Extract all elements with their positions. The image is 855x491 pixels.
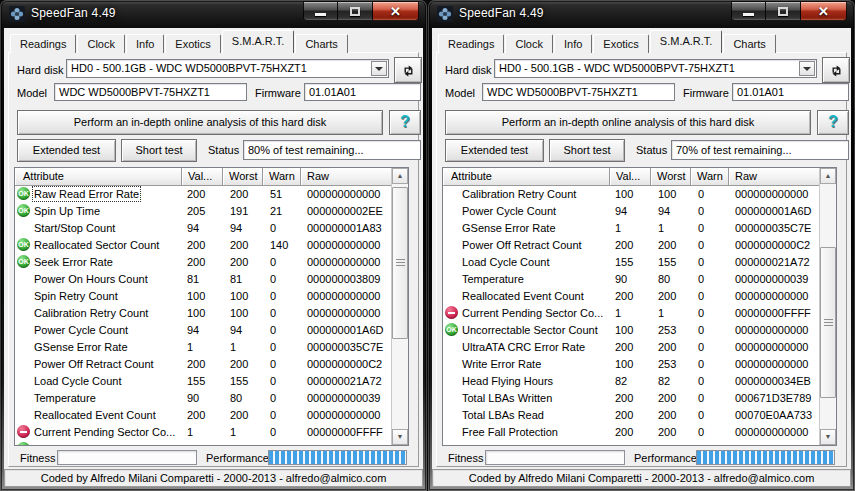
header-attribute[interactable]: Attribute [443,168,610,186]
table-row[interactable]: Free Fall Protection 200 200 0 000000000… [443,424,819,441]
tab[interactable]: Info [126,34,164,53]
table-row[interactable]: Power Cycle Count 94 94 0 000000001A6D [443,203,819,220]
table-row[interactable]: Calibration Retry Count 100 100 0 000000… [15,305,391,322]
table-row[interactable]: Reallocated Event Count 200 200 0 000000… [443,288,819,305]
tab[interactable]: Clock [77,34,125,53]
table-row[interactable]: Power Cycle Count 94 94 0 000000001A6D [15,322,391,339]
table-row[interactable]: Temperature 90 80 0 000000000039 [443,271,819,288]
table-row[interactable]: Start/Stop Count 94 94 0 000000001A83 [15,220,391,237]
scroll-up-button[interactable]: ▲ [392,168,408,184]
online-analysis-button[interactable]: Perform an in-depth online analysis of t… [445,110,811,135]
vertical-scrollbar[interactable]: ▲ ▼ [391,168,408,445]
title-bar[interactable]: SpeedFan 4.49 ✕ [428,0,855,28]
maximize-button[interactable] [766,1,801,21]
scroll-down-button[interactable]: ▼ [392,429,408,445]
online-analysis-button[interactable]: Perform an in-depth online analysis of t… [17,110,383,135]
table-row[interactable]: Head Flying Hours 82 82 0 0000000034EB [443,373,819,390]
table-row[interactable]: OK [15,441,391,445]
table-row[interactable]: OK Uncorrectable Sector Count 100 253 0 … [443,322,819,339]
table-row[interactable]: Reallocated Event Count 200 200 0 000000… [15,407,391,424]
tab[interactable]: Readings [10,34,76,53]
hard-disk-combobox[interactable]: HD0 - 500.1GB - WDC WD5000BPVT-75HXZT1 [66,59,389,78]
header-value[interactable]: Val... [610,168,651,186]
tab-label: Exotics [603,38,638,50]
warn-cell: 0 [698,375,704,387]
scroll-down-button[interactable]: ▼ [820,429,836,445]
raw-cell: 00070E0AA733 [735,409,812,421]
tab[interactable]: S.M.A.R.T. [222,30,295,53]
scroll-up-button[interactable]: ▲ [820,168,836,184]
tab[interactable]: Readings [438,34,504,53]
vertical-scrollbar[interactable]: ▲ ▼ [819,168,836,445]
value-cell: 200 [187,239,205,251]
worst-cell: 200 [658,239,676,251]
header-warn[interactable]: Warn [691,168,729,186]
table-row[interactable]: Total LBAs Read 200 200 0 00070E0AA733 [443,407,819,424]
table-row[interactable]: Temperature 90 80 0 000000000039 [15,390,391,407]
table-row[interactable]: Load Cycle Count 155 155 0 000000021A72 [443,254,819,271]
header-raw[interactable]: Raw [301,168,391,186]
raw-cell: 000671D3E789 [735,392,811,404]
table-row[interactable]: OK Spin Up Time 205 191 21 0000000002EE [15,203,391,220]
table-row[interactable]: Power Off Retract Count 200 200 0 000000… [443,237,819,254]
close-button[interactable]: ✕ [373,1,419,21]
tab[interactable]: Clock [505,34,553,53]
table-header: Attribute Val... Worst Warn Raw [443,168,819,186]
fitness-bar [57,450,197,465]
header-worst[interactable]: Worst [651,168,691,186]
combobox-dropdown-button[interactable] [799,61,815,76]
minimize-button[interactable] [731,1,766,21]
table-row[interactable]: Total LBAs Written 200 200 0 000671D3E78… [443,390,819,407]
header-value[interactable]: Val... [182,168,223,186]
table-row[interactable]: GSense Error Rate 1 1 0 000000035C7E [15,339,391,356]
rescan-drives-button[interactable] [822,57,850,83]
table-row[interactable]: Power On Hours Count 81 81 0 00000000380… [15,271,391,288]
table-row[interactable]: GSense Error Rate 1 1 0 000000035C7E [443,220,819,237]
attribute-name: Spin Up Time [34,205,100,217]
table-row[interactable]: OK Seek Error Rate 200 200 0 00000000000… [15,254,391,271]
header-raw[interactable]: Raw [729,168,819,186]
raw-cell: 000000000000 [307,188,380,200]
tab[interactable]: Charts [295,34,347,53]
attribute-name: Raw Read Error Rate [34,188,139,200]
header-warn[interactable]: Warn [263,168,301,186]
table-row[interactable]: Power Off Retract Count 200 200 0 000000… [15,356,391,373]
maximize-button[interactable] [338,1,373,21]
tab[interactable]: S.M.A.R.T. [650,30,723,53]
short-test-button[interactable]: Short test [549,139,625,162]
rescan-drives-button[interactable] [394,57,422,83]
tab-label: Charts [733,38,765,50]
table-row[interactable]: Spin Retry Count 100 100 0 000000000000 [15,288,391,305]
table-row[interactable]: Load Cycle Count 155 155 0 000000021A72 [15,373,391,390]
short-test-button[interactable]: Short test [121,139,197,162]
table-row[interactable]: Current Pending Sector Co... 1 1 0 00000… [15,424,391,441]
extended-test-button[interactable]: Extended test [445,139,544,162]
extended-test-button[interactable]: Extended test [17,139,116,162]
title-bar[interactable]: SpeedFan 4.49 ✕ [0,0,427,28]
tab[interactable]: Exotics [593,34,648,53]
tab[interactable]: Exotics [165,34,220,53]
attribute-name: Write Error Rate [462,358,541,370]
worst-cell: 200 [230,409,248,421]
table-row[interactable]: OK Raw Read Error Rate 200 200 51 000000… [15,186,391,203]
tab[interactable]: Charts [723,34,775,53]
header-attribute[interactable]: Attribute [15,168,182,186]
table-row[interactable]: UltraATA CRC Error Rate 200 200 0 000000… [443,339,819,356]
table-row[interactable]: Current Pending Sector Co... 1 1 0 00000… [443,305,819,322]
hard-disk-combobox[interactable]: HD0 - 500.1GB - WDC WD5000BPVT-75HXZT1 [494,59,817,78]
minimize-button[interactable] [303,1,338,21]
help-button[interactable]: ? [817,110,849,135]
table-row[interactable]: Calibration Retry Count 100 100 0 000000… [443,186,819,203]
combobox-dropdown-button[interactable] [371,61,387,76]
close-button[interactable]: ✕ [801,1,847,21]
tab[interactable]: Info [554,34,592,53]
scrollbar-thumb[interactable] [392,187,408,339]
help-button[interactable]: ? [389,110,421,135]
table-row[interactable]: Write Error Rate 100 253 0 000000000000 [443,356,819,373]
refresh-icon [829,63,844,78]
model-field: WDC WD5000BPVT-75HXZT1 [54,83,247,101]
table-row[interactable]: OK Reallocated Sector Count 200 200 140 … [15,237,391,254]
header-worst[interactable]: Worst [223,168,263,186]
value-cell: 155 [187,375,205,387]
scrollbar-thumb[interactable] [820,247,836,398]
